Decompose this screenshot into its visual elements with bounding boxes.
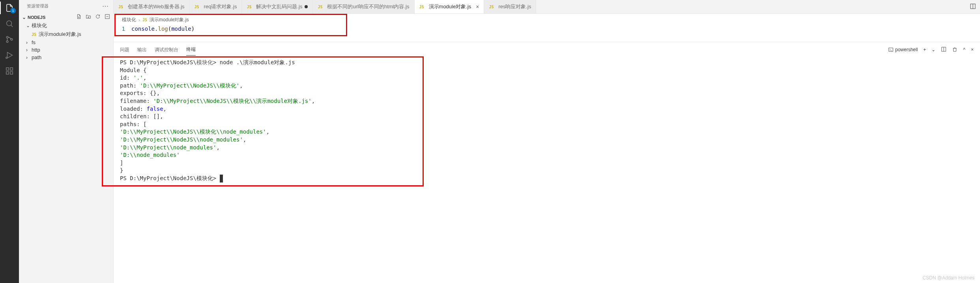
project-name: NODEJS (28, 15, 45, 20)
tab-4-active[interactable]: JS演示module对象.js× (415, 0, 484, 13)
explorer-icon[interactable]: 1 (5, 3, 14, 13)
tab-5[interactable]: JSres响应对象.js (484, 0, 536, 13)
tab-3[interactable]: JS根据不同的url响应不同的html内容.js (313, 0, 414, 13)
svg-point-2 (6, 41, 8, 43)
bottom-panel: 问题 输出 调试控制台 终端 powershell + ⌄ ^ × PS D:\… (114, 42, 980, 283)
svg-rect-7 (6, 72, 9, 74)
js-file-icon: JS (247, 5, 251, 9)
more-icon[interactable]: ⋯ (102, 2, 108, 10)
terminal-dropdown-icon[interactable]: ⌄ (931, 47, 935, 52)
sidebar-header: 资源管理器 ⋯ (19, 0, 113, 12)
dirty-indicator (305, 5, 308, 8)
js-file-icon: JS (195, 5, 199, 9)
split-editor-icon[interactable] (970, 3, 976, 11)
terminal-shell-selector[interactable]: powershell (888, 47, 918, 52)
js-file-icon: JS (118, 5, 123, 9)
js-file-icon: JS (419, 5, 424, 9)
svg-point-4 (6, 57, 7, 59)
svg-rect-11 (889, 48, 893, 52)
search-icon[interactable] (5, 19, 14, 28)
kill-terminal-icon[interactable] (952, 47, 958, 53)
svg-point-1 (6, 36, 8, 38)
line-number: 1 (116, 26, 131, 32)
new-file-icon[interactable] (76, 14, 82, 20)
folder-http[interactable]: ›http (19, 46, 113, 54)
refresh-icon[interactable] (95, 14, 101, 20)
svg-rect-6 (10, 68, 13, 70)
explorer-sidebar: 资源管理器 ⋯ ⌄ NODEJS ⌄ 模块化 JS 演示module对象.js … (19, 0, 114, 283)
panel-tab-output[interactable]: 输出 (137, 44, 147, 56)
project-root[interactable]: ⌄ NODEJS (19, 13, 113, 21)
tab-1[interactable]: JSreq请求对象.js (190, 0, 242, 13)
file-name: 演示module对象.js (39, 31, 81, 38)
folder-item[interactable]: ⌄ 模块化 (19, 21, 113, 30)
svg-rect-8 (10, 72, 13, 74)
new-folder-icon[interactable] (86, 14, 91, 20)
activity-bar: 1 (0, 0, 19, 283)
panel-tab-terminal[interactable]: 终端 (186, 44, 196, 56)
tab-2[interactable]: JS解决中文乱码问题.js (242, 0, 313, 13)
js-file-icon: JS (142, 18, 147, 22)
collapse-icon[interactable] (105, 14, 110, 20)
file-item-active[interactable]: JS 演示module对象.js (19, 30, 113, 39)
watermark: CSDN @Addam Holmes (922, 275, 974, 281)
split-terminal-icon[interactable] (941, 47, 946, 53)
new-terminal-icon[interactable]: + (923, 47, 926, 52)
breadcrumb[interactable]: 模块化 › JS 演示module对象.js (114, 14, 347, 25)
folder-fs[interactable]: ›fs (19, 39, 113, 46)
explorer-badge: 1 (10, 8, 16, 13)
js-file-icon: JS (32, 32, 36, 37)
panel-tab-problems[interactable]: 问题 (120, 44, 129, 56)
close-panel-icon[interactable]: × (971, 47, 974, 52)
terminal-output[interactable]: PS D:\MyProject\NodeJS\模块化> node .\演示mod… (114, 56, 980, 283)
code-editor[interactable]: 1 console.log(module) (114, 25, 980, 36)
folder-name: 模块化 (32, 22, 47, 29)
breadcrumb-folder[interactable]: 模块化 (122, 17, 136, 23)
run-debug-icon[interactable] (5, 50, 14, 60)
js-file-icon: JS (318, 5, 322, 9)
sidebar-title: 资源管理器 (27, 3, 49, 9)
close-icon[interactable]: × (476, 4, 479, 10)
editor-tabs: JS创建基本的Web服务器.js JSreq请求对象.js JS解决中文乱码问题… (114, 0, 980, 14)
panel-tab-debug[interactable]: 调试控制台 (155, 44, 178, 56)
extensions-icon[interactable] (5, 66, 14, 76)
panel-tabs: 问题 输出 调试控制台 终端 powershell + ⌄ ^ × (114, 42, 980, 56)
js-file-icon: JS (489, 5, 494, 9)
code-content[interactable]: console.log(module) (131, 26, 195, 32)
tab-0[interactable]: JS创建基本的Web服务器.js (114, 0, 190, 13)
source-control-icon[interactable] (5, 35, 14, 44)
breadcrumb-file[interactable]: 演示module对象.js (150, 17, 189, 23)
maximize-panel-icon[interactable]: ^ (963, 47, 965, 52)
svg-rect-5 (6, 68, 9, 70)
editor-main: JS创建基本的Web服务器.js JSreq请求对象.js JS解决中文乱码问题… (114, 0, 980, 283)
svg-point-0 (7, 21, 12, 26)
folder-path[interactable]: ›path (19, 54, 113, 61)
